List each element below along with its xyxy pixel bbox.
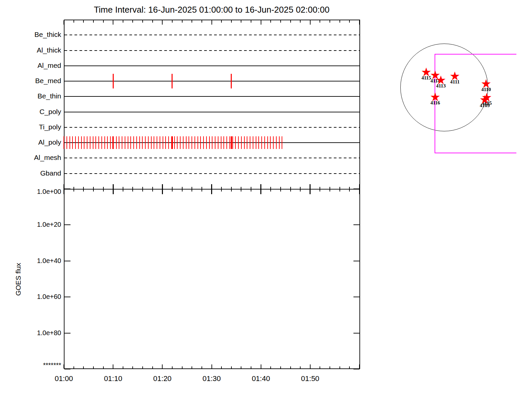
exposure-tick-Al_poly [104, 136, 105, 149]
time-tick-top [123, 20, 123, 23]
filter-channel-label-Al_mesh: Al_mesh [13, 154, 61, 162]
exposure-tick-Al_poly [177, 136, 178, 149]
time-tick-bottom [330, 366, 330, 368]
time-tick-mid [83, 187, 84, 192]
time-tick-mid [142, 187, 143, 192]
goes-ytick-left [65, 189, 70, 189]
time-tick-bottom [103, 366, 104, 368]
time-tick-label: 01:10 [98, 374, 128, 383]
time-tick-mid [300, 187, 301, 192]
time-tick-label: 01:50 [295, 374, 325, 383]
time-tick-mid [182, 187, 183, 192]
exposure-tick-Al_poly [81, 136, 82, 149]
exposure-tick-Al_poly [154, 136, 154, 149]
exposure-tick-Be_med [231, 74, 232, 88]
time-tick-top [310, 20, 311, 25]
exposure-tick-Al_poly [209, 136, 210, 149]
exposure-tick-Al_poly [203, 136, 204, 149]
time-tick-mid [123, 187, 123, 192]
filter-channel-line-Be_thin [65, 96, 359, 97]
exposure-tick-Al_poly [168, 136, 169, 149]
exposure-tick-Al_poly [264, 136, 265, 149]
time-tick-bottom [64, 364, 64, 368]
exposure-tick-Al_poly [247, 136, 247, 149]
goes-ytick-label: 1.0e+40 [13, 257, 61, 265]
time-tick-top [339, 20, 340, 23]
time-tick-bottom [162, 364, 163, 368]
filter-channel-label-Be_med: Be_med [13, 77, 61, 85]
goes-ytick-left [65, 369, 70, 369]
time-tick-mid [260, 184, 261, 194]
exposure-tick-Al_poly [72, 136, 73, 149]
time-tick-bottom [231, 366, 232, 368]
exposure-tick-Al_poly [189, 136, 189, 149]
goes-ytick-label: ******* [13, 361, 61, 369]
exposure-tick-Al_poly [261, 136, 262, 149]
filter-channel-label-C_poly: C_poly [13, 108, 61, 116]
exposure-tick-Al_poly [165, 136, 166, 149]
exposure-tick-Al_poly [87, 136, 87, 149]
exposure-tick-Al_poly [215, 136, 215, 149]
exposure-tick-Be_med [113, 74, 114, 88]
goes-ytick-left [65, 297, 70, 297]
goes-ytick-right [353, 369, 359, 369]
time-tick-mid [201, 187, 202, 192]
time-tick-top [270, 20, 271, 23]
exposure-tick-Al_poly [145, 136, 146, 149]
filter-channel-line-Be_thick [65, 35, 359, 35]
time-tick-bottom [182, 366, 183, 368]
exposure-tick-Al_poly [133, 136, 134, 149]
fov-box-bottom-edge [435, 153, 516, 153]
time-tick-label: 01:00 [49, 374, 79, 383]
exposure-tick-Al_poly [174, 136, 175, 149]
exposure-tick-Al_poly [151, 136, 152, 149]
exposure-tick-Be_med [172, 74, 173, 88]
filter-channel-label-Ti_poly: Ti_poly [13, 123, 61, 131]
exposure-tick-Al_poly [75, 136, 76, 149]
exposure-tick-Al_poly [253, 136, 253, 149]
time-tick-top [330, 20, 330, 23]
exposure-tick-Al_poly [139, 136, 140, 149]
exposure-tick-bold-Al_poly [231, 136, 232, 149]
time-tick-mid [172, 187, 173, 192]
time-tick-bottom [339, 366, 340, 368]
time-tick-top [73, 20, 74, 23]
exposure-tick-Al_poly [232, 136, 233, 149]
goes-ytick-right [353, 189, 359, 189]
exposure-tick-Al_poly [256, 136, 256, 149]
exposure-tick-Al_poly [195, 136, 195, 149]
exposure-tick-Al_poly [93, 136, 93, 149]
time-tick-bottom [280, 366, 281, 368]
exposure-tick-Al_poly [78, 136, 79, 149]
time-tick-bottom [123, 366, 123, 368]
time-tick-top [142, 20, 143, 23]
active-region-label-4111: 4111 [447, 79, 463, 85]
time-tick-bottom [172, 366, 173, 368]
exposure-tick-Al_poly [180, 136, 181, 149]
filter-channel-line-Al_thick [65, 50, 359, 51]
filter-channel-label-Al_thick: Al_thick [13, 46, 61, 54]
exposure-tick-Al_poly [119, 136, 119, 149]
time-tick-bottom [261, 364, 261, 368]
exposure-tick-Al_poly [122, 136, 122, 149]
time-tick-top [172, 20, 173, 23]
time-tick-top [359, 20, 360, 25]
goes-ytick-right [353, 333, 359, 333]
time-tick-top [192, 20, 192, 23]
exposure-tick-Al_poly [107, 136, 108, 149]
exposure-tick-Al_poly [128, 136, 128, 149]
exposure-tick-Al_poly [69, 136, 70, 149]
time-tick-bottom [300, 366, 301, 368]
time-tick-mid [330, 187, 330, 192]
plot-title: Time Interval: 16-Jun-2025 01:00:00 to 1… [64, 5, 359, 15]
filter-channel-label-Gband: Gband [13, 169, 61, 177]
time-tick-top [132, 20, 133, 23]
time-tick-top [241, 20, 241, 23]
exposure-tick-Al_poly [235, 136, 236, 149]
time-tick-top [103, 20, 104, 23]
exposure-tick-Al_poly [258, 136, 259, 149]
time-tick-mid [211, 184, 212, 194]
exposure-tick-Al_poly [238, 136, 239, 149]
goes-ytick-right [353, 261, 359, 261]
exposure-tick-Al_poly [206, 136, 207, 149]
